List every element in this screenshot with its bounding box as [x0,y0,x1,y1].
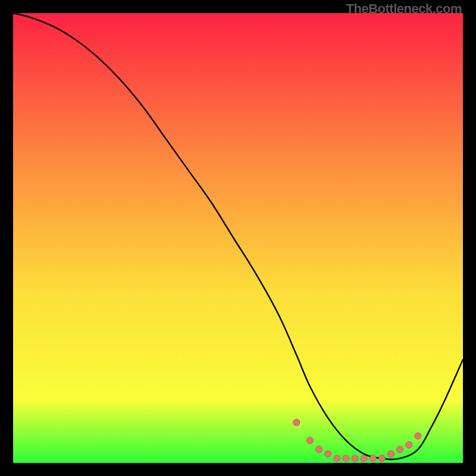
data-point [325,450,331,457]
data-point [334,455,340,462]
data-point [369,455,376,462]
data-point [306,437,313,444]
data-point [397,446,403,453]
data-point [378,455,385,462]
data-point [343,455,349,462]
data-point [361,455,367,462]
data-point [293,419,300,425]
data-point [406,441,412,448]
watermark-text: TheBottleneck.com [346,1,462,17]
bottleneck-chart [13,13,463,463]
data-point [388,450,394,457]
plot-area [13,13,463,463]
data-point [316,446,322,453]
data-point [352,455,358,462]
gradient-background [13,13,463,463]
data-point [415,433,421,439]
